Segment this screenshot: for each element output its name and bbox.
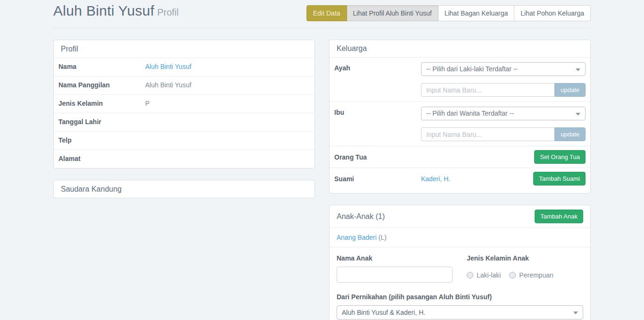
- profil-card-title: Profil: [61, 45, 78, 53]
- orang-tua-label: Orang Tua: [334, 153, 421, 161]
- tambah-anak-form: Nama Anak Jenis Kelamin Anak Laki-laki: [330, 247, 590, 320]
- page-header: Aluh Binti YusufProfil Edit Data Lihat P…: [53, 0, 591, 28]
- nama-value-link[interactable]: Aluh Binti Yusuf: [145, 63, 191, 70]
- ibu-update-button[interactable]: update: [554, 127, 586, 141]
- radio-laki-laki-label: Laki-laki: [477, 271, 501, 279]
- ayah-nama-baru-input[interactable]: [421, 83, 554, 97]
- page-title: Aluh Binti Yusuf: [53, 3, 154, 18]
- chevron-down-icon: [576, 68, 580, 71]
- ibu-select-value: -- Pilih dari Wanita Terdaftar --: [426, 109, 514, 117]
- ibu-input-group: update: [421, 127, 586, 141]
- nama-anak-input[interactable]: [337, 267, 453, 283]
- suami-value-link[interactable]: Kaderi, H.: [421, 175, 450, 183]
- ibu-label: Ibu: [334, 107, 421, 116]
- ayah-select-value: -- Pilih dari Laki-laki Terdaftar --: [426, 65, 518, 73]
- set-orang-tua-button[interactable]: Set Orang Tua: [534, 150, 586, 164]
- page-title-wrap: Aluh Binti YusufProfil: [53, 3, 179, 19]
- profil-card-header: Profil: [54, 40, 314, 58]
- dari-pernikahan-select[interactable]: Aluh Binti Yusuf & Kaderi, H.: [337, 305, 583, 320]
- saudara-kandung-card-title: Saudara Kandung: [61, 185, 122, 194]
- child-gender-suffix: (L): [377, 234, 387, 241]
- ibu-nama-baru-input[interactable]: [421, 127, 554, 141]
- radio-button-icon[interactable]: [467, 272, 473, 278]
- chevron-down-icon: [576, 113, 580, 116]
- lihat-pohon-keluarga-button[interactable]: Lihat Pohon Keluarga: [514, 5, 591, 21]
- dari-pernikahan-label: Dari Pernikahan (pilih pasangan Aluh Bin…: [337, 293, 583, 301]
- suami-label: Suami: [334, 175, 421, 183]
- keluarga-card: Keluarga Ayah -- Pilih dari Laki-laki Te…: [329, 40, 591, 194]
- child-name-link[interactable]: Anang Baderi: [337, 234, 377, 241]
- radio-button-icon[interactable]: [509, 272, 516, 278]
- row-label-jenis-kelamin: Jenis Kelamin: [58, 100, 145, 107]
- table-row: Tanggal Lahir: [54, 113, 314, 131]
- anak-anak-card: Anak-Anak (1) Tambah Anak Anang Baderi (…: [329, 205, 591, 320]
- ayah-update-button[interactable]: update: [554, 83, 586, 97]
- profil-card: Profil Nama Aluh Binti Yusuf Nama Panggi…: [53, 40, 315, 168]
- jenis-kelamin-anak-label: Jenis Kelamin Anak: [467, 254, 553, 262]
- nama-anak-label: Nama Anak: [337, 254, 467, 262]
- lihat-bagan-keluarga-button[interactable]: Lihat Bagan Keluarga: [438, 5, 515, 21]
- saudara-kandung-card-header: Saudara Kandung: [54, 180, 314, 198]
- table-row: Alamat: [54, 150, 314, 168]
- ibu-select[interactable]: -- Pilih dari Wanita Terdaftar --: [421, 107, 586, 120]
- ayah-input-group: update: [421, 83, 586, 97]
- row-label-telp: Telp: [58, 136, 145, 144]
- keluarga-card-title: Keluarga: [337, 44, 367, 53]
- edit-data-button[interactable]: Edit Data: [306, 5, 347, 21]
- row-label-alamat: Alamat: [58, 155, 145, 162]
- row-label-nama: Nama: [58, 63, 145, 70]
- radio-laki-laki[interactable]: Laki-laki: [467, 271, 501, 279]
- ayah-select[interactable]: -- Pilih dari Laki-laki Terdaftar --: [421, 62, 586, 76]
- table-row: Jenis Kelamin P: [54, 94, 314, 113]
- radio-perempuan-label: Perempuan: [519, 271, 553, 279]
- jenis-kelamin-value: P: [145, 100, 149, 107]
- view-button-group: Edit Data Lihat Profil Aluh Binti Yusuf …: [306, 5, 591, 21]
- ayah-row: Ayah -- Pilih dari Laki-laki Terdaftar -…: [330, 58, 590, 101]
- ibu-row: Ibu -- Pilih dari Wanita Terdaftar -- up…: [330, 101, 590, 146]
- row-label-nama-panggilan: Nama Panggilan: [58, 81, 145, 89]
- tambah-anak-header-button[interactable]: Tambah Anak: [535, 210, 583, 223]
- row-label-tanggal-lahir: Tanggal Lahir: [58, 118, 145, 126]
- nama-panggilan-value: Aluh Binti Yusuf: [145, 81, 191, 89]
- list-item: Anang Baderi (L): [330, 227, 590, 247]
- table-row: Telp: [54, 131, 314, 150]
- suami-row: Suami Kaderi, H. Tambah Suami: [330, 168, 590, 193]
- dari-pernikahan-select-value: Aluh Binti Yusuf & Kaderi, H.: [342, 309, 425, 316]
- saudara-kandung-card: Saudara Kandung: [53, 180, 315, 198]
- lihat-profil-button[interactable]: Lihat Profil Aluh Binti Yusuf: [347, 5, 438, 21]
- tambah-suami-button[interactable]: Tambah Suami: [533, 172, 586, 185]
- page-subtitle: Profil: [157, 7, 179, 17]
- anak-anak-card-title: Anak-Anak (1): [337, 212, 385, 221]
- orang-tua-row: Orang Tua Set Orang Tua: [330, 146, 590, 168]
- anak-anak-card-header: Anak-Anak (1) Tambah Anak: [330, 205, 590, 227]
- ayah-label: Ayah: [334, 62, 421, 72]
- radio-perempuan[interactable]: Perempuan: [509, 271, 553, 279]
- keluarga-card-header: Keluarga: [330, 40, 590, 58]
- chevron-down-icon: [573, 312, 578, 314]
- table-row: Nama Aluh Binti Yusuf: [54, 58, 314, 76]
- table-row: Nama Panggilan Aluh Binti Yusuf: [54, 76, 314, 94]
